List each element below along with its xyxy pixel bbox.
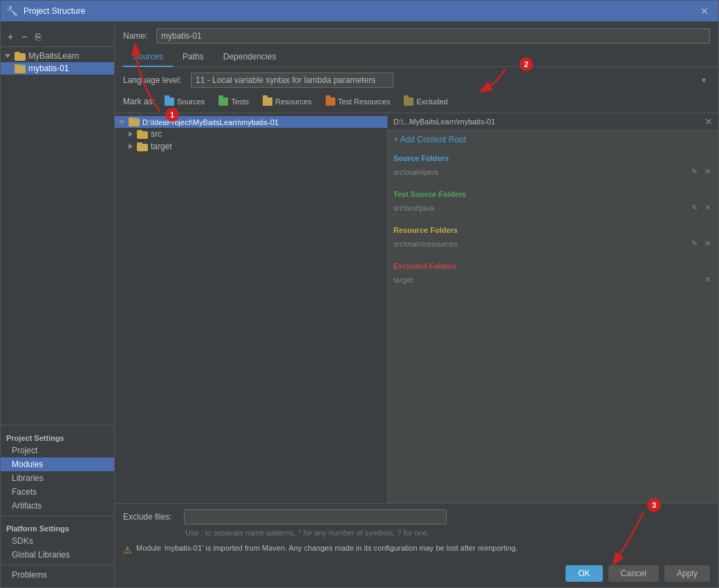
edit-source-0[interactable]: ✎ bbox=[689, 167, 700, 177]
app-icon: 🔧 bbox=[6, 6, 18, 17]
right-panel: Name: Sources Paths Dependencies Languag… bbox=[115, 21, 718, 587]
ok-button[interactable]: OK bbox=[566, 565, 602, 582]
exclude-files-input[interactable] bbox=[184, 509, 447, 524]
annotation-circle-2: 2 bbox=[519, 57, 533, 71]
hint-text: Use ; to separate name patterns, * for a… bbox=[123, 529, 710, 540]
info-panel: D:\...MyBaitsLearn\mybatis-01 ✕ + Add Co… bbox=[388, 113, 718, 503]
remove-excluded-0[interactable]: ✕ bbox=[702, 274, 713, 285]
name-label: Name: bbox=[123, 31, 151, 41]
title-bar: 🔧 Project Structure ✕ bbox=[1, 1, 718, 21]
excluded-actions-0: ✕ bbox=[702, 274, 713, 285]
copy-button[interactable]: ⎘ bbox=[32, 30, 44, 44]
remove-button[interactable]: − bbox=[19, 30, 30, 44]
sidebar-item-project[interactable]: Project bbox=[1, 444, 114, 457]
source-folders-section: Source Folders src\main\java ✎ ✕ bbox=[388, 149, 718, 184]
sidebar-item-modules[interactable]: Modules bbox=[1, 457, 114, 471]
edit-test-0[interactable]: ✎ bbox=[689, 202, 700, 213]
resource-actions-0: ✎ ✕ bbox=[689, 238, 713, 249]
panel-body: Language level: 11 - Local variable synt… bbox=[115, 67, 718, 587]
src-folder-icon bbox=[137, 130, 148, 139]
tree-target-item[interactable]: target bbox=[115, 140, 387, 153]
sidebar-item-sdks[interactable]: SDKs bbox=[1, 534, 114, 548]
sidebar-item-global-libraries[interactable]: Global Libraries bbox=[1, 548, 114, 562]
expand-icon-src bbox=[129, 131, 133, 137]
mark-testresources-button[interactable]: Test Resources bbox=[321, 96, 395, 107]
annotation-1: 1 bbox=[165, 108, 179, 122]
tab-sources[interactable]: Sources bbox=[123, 48, 173, 67]
mark-sources-button[interactable]: Sources bbox=[160, 96, 209, 107]
test-folder-actions-0: ✎ ✕ bbox=[689, 202, 713, 213]
tree-src-item[interactable]: src bbox=[115, 128, 387, 140]
mark-sources-label: Sources bbox=[177, 97, 205, 106]
source-folders-title: Source Folders bbox=[393, 154, 713, 162]
sidebar-item-libraries[interactable]: Libraries bbox=[1, 471, 114, 485]
sidebar-item-facets[interactable]: Facets bbox=[1, 485, 114, 499]
tree-root-item[interactable]: D:\IdeaProject\MyBaitsLearn\mybatis-01 bbox=[115, 116, 387, 128]
info-panel-close-button[interactable]: ✕ bbox=[704, 116, 713, 127]
bottom-area: Exclude files: Use ; to separate name pa… bbox=[115, 503, 718, 587]
add-content-root-link[interactable]: + Add Content Root bbox=[393, 135, 466, 144]
mark-resources-label: Resources bbox=[275, 97, 312, 106]
mark-resources-button[interactable]: Resources bbox=[259, 96, 316, 107]
test-folder-item-0: src\test\java ✎ ✕ bbox=[393, 201, 713, 215]
excluded-folders-section: Excluded Folders target ✕ bbox=[388, 256, 718, 292]
tree-item-mybatis01[interactable]: mybatis-01 bbox=[1, 62, 114, 75]
name-input[interactable] bbox=[156, 28, 710, 44]
annotation-circle-1: 1 bbox=[165, 108, 179, 122]
close-button[interactable]: ✕ bbox=[696, 4, 713, 18]
file-tree-panel: D:\IdeaProject\MyBaitsLearn\mybatis-01 s… bbox=[115, 113, 388, 503]
add-button[interactable]: + bbox=[5, 30, 16, 44]
target-folder-icon bbox=[137, 142, 148, 151]
expand-icon-target bbox=[129, 144, 133, 149]
tabs-row: Sources Paths Dependencies bbox=[115, 48, 718, 67]
excluded-item-0: target ✕ bbox=[393, 273, 713, 287]
annotation-2: 2 bbox=[519, 57, 533, 71]
mark-excluded-button[interactable]: Excluded bbox=[400, 96, 451, 107]
mark-tests-button[interactable]: Tests bbox=[214, 96, 253, 107]
cancel-button[interactable]: Cancel bbox=[608, 565, 659, 582]
sidebar-item-problems[interactable]: Problems bbox=[1, 568, 114, 582]
mark-testres-label: Test Resources bbox=[338, 97, 391, 106]
mark-tests-label: Tests bbox=[231, 97, 249, 106]
button-row: OK Cancel Apply bbox=[123, 560, 710, 582]
folder-icon bbox=[15, 52, 26, 61]
tree-label-mybaitslearn: MyBaitsLearn bbox=[28, 51, 79, 61]
remove-test-0[interactable]: ✕ bbox=[702, 202, 713, 213]
edit-resource-0[interactable]: ✎ bbox=[689, 238, 700, 249]
exclude-row: Exclude files: bbox=[123, 509, 710, 524]
lang-select[interactable]: 11 - Local variable syntax for lambda pa… bbox=[191, 73, 393, 88]
project-settings-title: Project Settings bbox=[1, 431, 114, 444]
info-panel-title: D:\...MyBaitsLearn\mybatis-01 bbox=[393, 117, 495, 126]
source-folder-item-0: src\main\java ✎ ✕ bbox=[393, 165, 713, 179]
folder-icon-mybatis bbox=[15, 64, 26, 73]
tab-dependencies[interactable]: Dependencies bbox=[214, 48, 286, 67]
tab-paths[interactable]: Paths bbox=[173, 48, 214, 67]
apply-button[interactable]: Apply bbox=[664, 565, 710, 582]
annotation-circle-3: 3 bbox=[647, 498, 661, 512]
resource-item-0: src\main\resources ✎ ✕ bbox=[393, 237, 713, 251]
tree-target-label: target bbox=[151, 142, 172, 151]
tree-label-mybatis01: mybatis-01 bbox=[28, 64, 69, 73]
excluded-folder-icon bbox=[404, 97, 413, 106]
test-folder-path-0: src\test\java bbox=[393, 204, 689, 212]
lang-level-row: Language level: 11 - Local variable synt… bbox=[115, 67, 718, 93]
remove-resource-0[interactable]: ✕ bbox=[702, 238, 713, 249]
mark-as-row: Mark as: Sources Tests Resources bbox=[115, 93, 718, 113]
test-source-title: Test Source Folders bbox=[393, 190, 713, 198]
remove-source-0[interactable]: ✕ bbox=[702, 167, 713, 177]
info-panel-header: D:\...MyBaitsLearn\mybatis-01 ✕ bbox=[388, 113, 718, 131]
test-source-folders-section: Test Source Folders src\test\java ✎ ✕ bbox=[388, 184, 718, 220]
sidebar-toolbar: + − ⎘ bbox=[1, 27, 114, 47]
mark-as-label: Mark as: bbox=[123, 97, 155, 106]
add-content-root-row: + Add Content Root bbox=[388, 131, 718, 149]
resource-title: Resource Folders bbox=[393, 226, 713, 234]
mark-excluded-label: Excluded bbox=[416, 97, 447, 106]
excluded-path-0: target bbox=[393, 276, 702, 284]
sources-folder-icon bbox=[165, 97, 174, 106]
sidebar: + − ⎘ MyBaitsLearn mybatis-01 Proj bbox=[1, 21, 115, 587]
tree-item-mybaitslearn[interactable]: MyBaitsLearn bbox=[1, 50, 114, 62]
tree-root-label: D:\IdeaProject\MyBaitsLearn\mybatis-01 bbox=[142, 118, 279, 126]
sidebar-item-artifacts[interactable]: Artifacts bbox=[1, 499, 114, 513]
title-bar-left: 🔧 Project Structure bbox=[6, 6, 85, 17]
resource-folders-section: Resource Folders src\main\resources ✎ ✕ bbox=[388, 220, 718, 256]
